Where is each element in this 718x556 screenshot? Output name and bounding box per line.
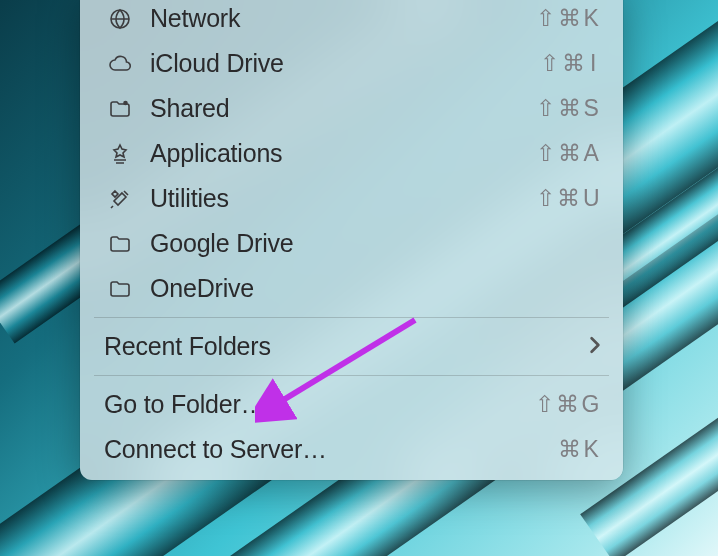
menu-item-onedrive[interactable]: OneDrive	[80, 266, 623, 311]
applications-icon	[104, 140, 136, 168]
go-menu: Network ⇧⌘K iCloud Drive ⇧⌘I Shared ⇧⌘S …	[80, 0, 623, 480]
folder-shared-icon	[104, 95, 136, 123]
menu-separator	[94, 317, 609, 318]
utilities-icon	[104, 185, 136, 213]
svg-point-1	[123, 100, 128, 105]
chevron-right-icon	[589, 334, 601, 360]
menu-item-label: Shared	[150, 94, 536, 123]
menu-separator	[94, 375, 609, 376]
shortcut: ⌘K	[558, 436, 602, 463]
menu-item-label: Connect to Server…	[104, 435, 558, 464]
menu-item-label: Go to Folder…	[104, 390, 535, 419]
shortcut: ⇧⌘G	[535, 391, 601, 418]
menu-item-label: Applications	[150, 139, 536, 168]
menu-item-recent-folders[interactable]: Recent Folders	[80, 324, 623, 369]
menu-item-label: Utilities	[150, 184, 536, 213]
shortcut: ⇧⌘A	[536, 140, 601, 167]
menu-item-label: OneDrive	[150, 274, 601, 303]
menu-item-connect-to-server[interactable]: Connect to Server… ⌘K	[80, 427, 623, 472]
globe-icon	[104, 5, 136, 33]
shortcut: ⇧⌘K	[536, 5, 601, 32]
menu-item-icloud-drive[interactable]: iCloud Drive ⇧⌘I	[80, 41, 623, 86]
menu-item-go-to-folder[interactable]: Go to Folder… ⇧⌘G	[80, 382, 623, 427]
menu-item-google-drive[interactable]: Google Drive	[80, 221, 623, 266]
menu-item-label: Google Drive	[150, 229, 601, 258]
shortcut: ⇧⌘I	[540, 50, 601, 77]
menu-item-utilities[interactable]: Utilities ⇧⌘U	[80, 176, 623, 221]
menu-item-applications[interactable]: Applications ⇧⌘A	[80, 131, 623, 176]
menu-item-shared[interactable]: Shared ⇧⌘S	[80, 86, 623, 131]
folder-icon	[104, 275, 136, 303]
menu-item-label: iCloud Drive	[150, 49, 540, 78]
menu-item-label: Network	[150, 4, 536, 33]
shortcut: ⇧⌘U	[536, 185, 601, 212]
menu-item-label: Recent Folders	[104, 332, 589, 361]
cloud-icon	[104, 50, 136, 78]
folder-icon	[104, 230, 136, 258]
menu-item-network[interactable]: Network ⇧⌘K	[80, 0, 623, 41]
shortcut: ⇧⌘S	[536, 95, 601, 122]
